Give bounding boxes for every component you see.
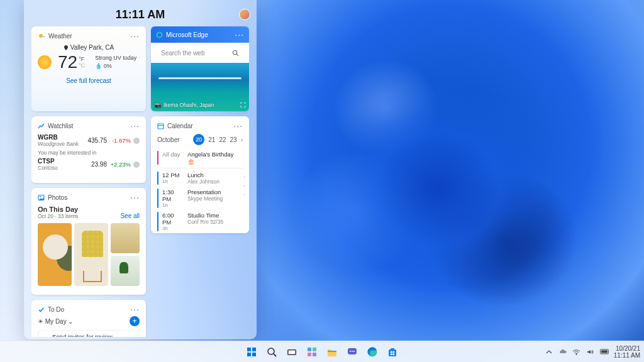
svg-rect-17	[308, 348, 311, 351]
edge-image-caption: 📷 Ikema Ohashi, Japan	[155, 102, 214, 108]
weather-location: Valley Park, CA	[38, 44, 140, 51]
svg-rect-12	[252, 353, 256, 356]
chevron-right-icon[interactable]: ›	[241, 136, 243, 143]
chat-icon[interactable]	[343, 343, 361, 361]
calendar-today[interactable]: 20	[193, 134, 204, 145]
volume-icon[interactable]	[586, 348, 595, 356]
photos-see-all-link[interactable]: See all	[120, 212, 140, 219]
todo-title: To Do	[48, 306, 127, 313]
photos-thumbnails[interactable]	[38, 223, 140, 286]
photo-thumb[interactable]	[111, 256, 140, 286]
star-icon[interactable]: ☆	[130, 336, 135, 337]
svg-rect-20	[313, 353, 316, 356]
photo-thumb[interactable]	[111, 223, 140, 253]
add-task-button[interactable]: +	[130, 316, 140, 326]
svg-point-0	[39, 34, 43, 38]
calendar-event[interactable]: All day Angela's Birthday 🎂	[157, 149, 243, 167]
forecast-link[interactable]: See full forecast	[66, 77, 111, 84]
weather-details: Strong UV today 💧 0%	[95, 54, 136, 70]
svg-rect-29	[391, 351, 392, 353]
temperature-value: 72 °F°C	[58, 53, 85, 71]
edge-icon[interactable]	[364, 343, 381, 361]
svg-point-25	[353, 351, 355, 352]
more-icon[interactable]: ···	[130, 121, 140, 130]
taskbar: 10/20/21 11:11 AM	[0, 341, 644, 362]
more-icon[interactable]: ···	[130, 31, 140, 40]
task-view-icon[interactable]	[283, 343, 301, 361]
system-tray[interactable]: 10/20/21 11:11 AM	[545, 341, 640, 362]
edge-icon	[156, 31, 163, 38]
svg-point-13	[268, 348, 274, 354]
photos-widget[interactable]: Photos ··· On This Day Oct 20 · 33 items…	[31, 188, 146, 295]
todo-icon	[38, 306, 45, 313]
more-icon[interactable]: ···	[130, 193, 140, 202]
svg-line-4	[236, 54, 238, 56]
svg-rect-9	[247, 348, 251, 351]
svg-rect-10	[252, 348, 256, 351]
calendar-title: Calendar	[167, 123, 230, 129]
photos-headline: On This Day	[38, 206, 78, 213]
photos-title: Photos	[48, 194, 127, 201]
calendar-event[interactable]: 6:00 PM3h Studio TimeConf Rm 32/35	[157, 210, 243, 233]
calendar-widget[interactable]: Calendar ··· October 20 21 22 23 › All d…	[151, 116, 249, 233]
edge-featured-image[interactable]: 📷 Ikema Ohashi, Japan ⛶	[151, 63, 249, 111]
todo-list-selector[interactable]: ☀ My Day ⌄	[38, 318, 73, 325]
svg-point-2	[158, 33, 162, 36]
todo-widget[interactable]: To Do ··· ☀ My Day ⌄ + Send invites for …	[31, 300, 146, 337]
battery-icon[interactable]	[600, 348, 609, 356]
svg-rect-11	[247, 353, 251, 356]
calendar-date-row[interactable]: October 20 21 22 23 ›	[157, 134, 243, 145]
watchlist-icon	[38, 123, 45, 129]
svg-rect-28	[391, 348, 394, 350]
search-icon[interactable]	[263, 343, 280, 361]
widgets-clock: 11:11 AM	[116, 8, 165, 21]
checkbox-icon[interactable]	[42, 337, 48, 337]
photos-icon	[38, 194, 45, 201]
tray-datetime[interactable]: 10/20/21 11:11 AM	[614, 345, 640, 359]
watchlist-title: Watchlist	[48, 123, 127, 129]
chevron-up-icon[interactable]	[545, 348, 553, 356]
todo-item[interactable]: Send invites for reviewQ4 planning ☆	[38, 330, 140, 337]
onedrive-icon[interactable]	[558, 348, 567, 356]
photo-thumb[interactable]	[74, 223, 108, 286]
svg-rect-19	[308, 353, 311, 356]
widgets-icon[interactable]	[303, 343, 321, 361]
svg-rect-32	[393, 353, 395, 355]
start-icon[interactable]	[243, 343, 260, 361]
photo-thumb[interactable]	[38, 223, 72, 286]
wifi-icon[interactable]	[572, 348, 581, 356]
weather-icon	[38, 32, 45, 40]
search-icon	[232, 50, 239, 57]
watchlist-widget[interactable]: Watchlist ··· WGRBWoodgrove Bank 435.75 …	[31, 116, 146, 183]
taskbar-center	[243, 341, 401, 362]
svg-point-8	[40, 196, 41, 197]
file-explorer-icon[interactable]	[323, 343, 341, 361]
widgets-panel: 11:11 AM Weather ··· Valley Park, CA 72 …	[24, 0, 257, 339]
calendar-more-indicator[interactable]: ···	[243, 173, 245, 199]
svg-point-24	[352, 351, 353, 352]
svg-rect-18	[313, 348, 316, 351]
weather-widget[interactable]: Weather ··· Valley Park, CA 72 °F°C Stro…	[31, 26, 146, 111]
store-icon[interactable]	[384, 343, 401, 361]
expand-icon[interactable]: ⛶	[240, 102, 246, 108]
more-icon[interactable]: ···	[130, 305, 140, 314]
svg-point-23	[350, 351, 351, 352]
svg-point-33	[576, 354, 577, 355]
edge-search-input[interactable]: Search the web	[156, 47, 244, 59]
watchlist-row[interactable]: CTSPContoso 23.98 +2.23%	[38, 158, 140, 171]
svg-rect-30	[393, 351, 395, 353]
calendar-event[interactable]: 1:30 PM1h PresentationSkype Meeting	[157, 187, 243, 210]
edge-widget[interactable]: Microsoft Edge ··· Search the web 📷 Ikem…	[151, 26, 249, 111]
svg-point-3	[233, 50, 236, 54]
svg-rect-27	[389, 349, 396, 356]
svg-rect-21	[328, 351, 336, 352]
weather-title: Weather	[48, 33, 127, 40]
edge-title: Microsoft Edge	[166, 31, 231, 38]
more-icon[interactable]: ···	[235, 30, 244, 39]
more-icon[interactable]: ···	[233, 121, 243, 130]
user-avatar[interactable]	[239, 9, 250, 20]
watchlist-row[interactable]: WGRBWoodgrove Bank 435.75 -1.67%	[38, 134, 140, 147]
svg-rect-35	[601, 350, 608, 353]
svg-rect-16	[289, 350, 296, 354]
calendar-event[interactable]: 12 PM1h LunchAlex Johnson	[157, 170, 243, 187]
